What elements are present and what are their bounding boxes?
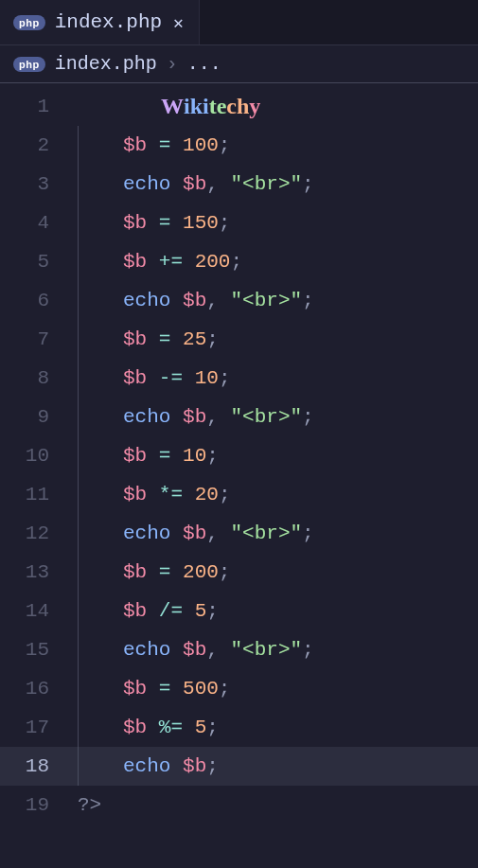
code-content[interactable]: Wikitechy $b = 100;echo $b, "<br>";$b = …: [59, 87, 478, 824]
code-line[interactable]: $b = 25;: [78, 320, 478, 359]
code-line[interactable]: $b += 200;: [78, 242, 478, 281]
code-line[interactable]: $b /= 5;: [78, 592, 478, 630]
operator: -=: [159, 367, 183, 389]
code-line[interactable]: echo $b;: [0, 747, 478, 786]
line-number: 19: [0, 786, 49, 824]
tab-active[interactable]: php index.php ✕: [0, 0, 200, 44]
variable: $b: [183, 523, 206, 544]
variable: $b: [123, 600, 147, 622]
keyword-echo: echo: [123, 639, 170, 661]
line-number: 10: [0, 436, 49, 475]
semicolon: ;: [219, 484, 231, 505]
semicolon: ;: [219, 212, 231, 234]
variable: $b: [123, 445, 147, 467]
line-number: 2: [0, 126, 49, 165]
string: "<br>": [230, 406, 302, 428]
tab-bar: php index.php ✕: [0, 0, 478, 45]
line-number: 17: [0, 708, 49, 747]
code-line[interactable]: echo $b, "<br>";: [78, 514, 478, 553]
line-number: 14: [0, 592, 49, 630]
line-number: 12: [0, 514, 49, 553]
semicolon: ;: [219, 678, 231, 700]
semicolon: ;: [206, 600, 219, 622]
semicolon: ;: [219, 561, 231, 583]
number: 5: [195, 600, 207, 622]
semicolon: ;: [302, 639, 314, 661]
semicolon: ;: [302, 406, 314, 428]
keyword-echo: echo: [123, 173, 170, 195]
string: "<br>": [230, 523, 302, 544]
operator: =: [159, 134, 171, 156]
code-line[interactable]: $b *= 20;: [78, 475, 478, 514]
semicolon: ;: [206, 717, 219, 738]
variable: $b: [123, 367, 147, 389]
variable: $b: [123, 134, 147, 156]
operator: =: [159, 678, 171, 700]
number: 10: [195, 367, 219, 389]
line-number: 5: [0, 242, 49, 281]
code-line[interactable]: echo $b, "<br>";: [78, 398, 478, 436]
code-line[interactable]: $b = 500;: [78, 669, 478, 708]
string: "<br>": [230, 290, 302, 311]
variable: $b: [123, 251, 147, 273]
code-line[interactable]: echo $b, "<br>";: [78, 630, 478, 669]
number: 200: [183, 561, 219, 583]
variable: $b: [123, 212, 147, 234]
code-line[interactable]: $b = 150;: [78, 204, 478, 242]
line-number: 8: [0, 359, 49, 398]
line-number: 4: [0, 204, 49, 242]
code-line[interactable]: $b -= 10;: [78, 359, 478, 398]
number: 25: [183, 328, 206, 350]
keyword-echo: echo: [123, 755, 170, 777]
operator: /=: [159, 600, 183, 622]
line-number: 6: [0, 281, 49, 320]
string: "<br>": [230, 173, 302, 195]
number: 500: [183, 678, 219, 700]
close-icon[interactable]: ✕: [171, 10, 186, 35]
php-file-icon: php: [13, 57, 45, 72]
variable: $b: [123, 717, 147, 738]
line-number: 7: [0, 320, 49, 359]
code-line[interactable]: $b = 200;: [78, 553, 478, 592]
line-number: 1: [0, 87, 49, 126]
semicolon: ;: [206, 755, 219, 777]
code-line[interactable]: echo $b, "<br>";: [78, 281, 478, 320]
breadcrumb[interactable]: php index.php › ...: [0, 45, 478, 83]
code-line[interactable]: echo $b, "<br>";: [78, 165, 478, 204]
code-editor[interactable]: 12345678910111213141516171819 Wikitechy …: [0, 83, 478, 824]
operator: +=: [159, 251, 183, 273]
semicolon: ;: [302, 173, 314, 195]
semicolon: ;: [302, 290, 314, 311]
number: 5: [195, 717, 207, 738]
code-line[interactable]: $b %= 5;: [78, 708, 478, 747]
semicolon: ;: [206, 328, 219, 350]
keyword-echo: echo: [123, 523, 170, 544]
number: 20: [195, 484, 219, 505]
line-number: 9: [0, 398, 49, 436]
variable: $b: [123, 561, 147, 583]
line-number: 13: [0, 553, 49, 592]
line-number: 15: [0, 630, 49, 669]
variable: $b: [123, 484, 147, 505]
comma: ,: [206, 290, 230, 311]
code-line[interactable]: [78, 87, 478, 126]
code-line[interactable]: ?>: [78, 786, 478, 824]
breadcrumb-filename: index.php: [55, 53, 157, 75]
code-line[interactable]: $b = 100;: [78, 126, 478, 165]
semicolon: ;: [206, 445, 219, 467]
semicolon: ;: [230, 251, 242, 273]
variable: $b: [183, 173, 206, 195]
comma: ,: [206, 406, 230, 428]
variable: $b: [123, 678, 147, 700]
string: "<br>": [230, 639, 302, 661]
semicolon: ;: [302, 523, 314, 544]
operator: %=: [159, 717, 183, 738]
number: 100: [183, 134, 219, 156]
code-line[interactable]: $b = 10;: [78, 436, 478, 475]
keyword-echo: echo: [123, 406, 170, 428]
line-number-gutter: 12345678910111213141516171819: [0, 87, 59, 824]
breadcrumb-ellipsis[interactable]: ...: [187, 53, 221, 75]
keyword-echo: echo: [123, 290, 170, 311]
variable: $b: [183, 406, 206, 428]
comma: ,: [206, 639, 230, 661]
